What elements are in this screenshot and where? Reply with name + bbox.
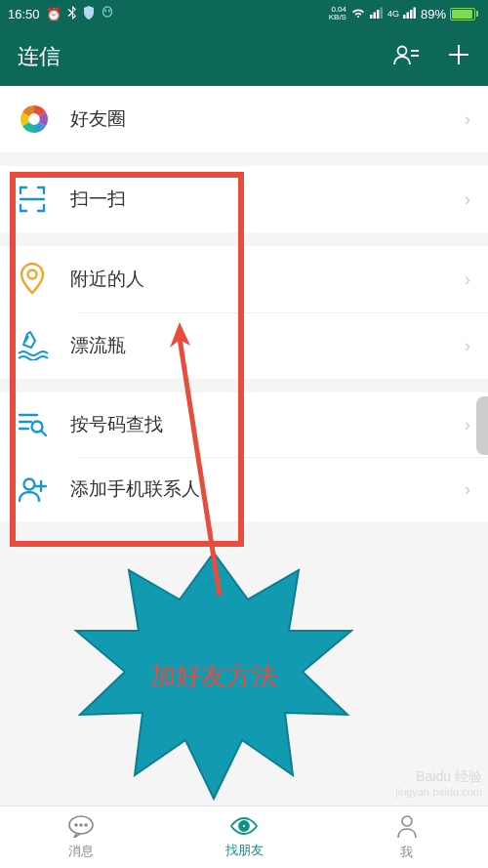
annotation-text: 加好友方法 <box>150 659 277 693</box>
row-label: 漂流瓶 <box>62 333 465 358</box>
header: 连信 <box>0 27 488 86</box>
qq-icon <box>101 6 114 22</box>
row-label: 附近的人 <box>62 267 465 292</box>
bluetooth-icon <box>67 6 77 22</box>
chevron-right-icon: › <box>465 109 470 130</box>
row-nearby[interactable]: 附近的人 › <box>0 246 488 312</box>
messages-icon <box>67 814 95 841</box>
bottom-nav: 消息 找朋友 我 <box>0 806 488 868</box>
nav-label: 消息 <box>68 843 94 860</box>
status-time: 16:50 <box>8 7 40 21</box>
svg-point-0 <box>102 6 111 16</box>
svg-point-1 <box>104 9 106 12</box>
chevron-right-icon: › <box>465 269 470 290</box>
nav-find-friends[interactable]: 找朋友 <box>163 806 326 868</box>
row-search-number[interactable]: 按号码查找 › <box>0 393 488 457</box>
section-discover: 附近的人 › 漂流瓶 › <box>0 246 488 379</box>
row-label: 好友圈 <box>62 106 465 132</box>
circle-multicolor-icon <box>18 103 62 136</box>
row-drift-bottle[interactable]: 漂流瓶 › <box>0 312 488 379</box>
nav-me[interactable]: 我 <box>325 806 488 868</box>
row-scan[interactable]: 扫一扫 › <box>0 166 488 232</box>
signal-icon-1 <box>370 7 384 21</box>
annotation-starburst: 加好友方法 <box>72 547 355 805</box>
pin-icon <box>18 263 62 296</box>
row-label: 添加手机联系人 <box>62 476 465 502</box>
status-bar: 16:50 ⏰ 0.04 KB/S 4G 89% <box>0 0 488 27</box>
svg-rect-7 <box>403 15 406 19</box>
section-add: 按号码查找 › 添加手机联系人 › <box>0 393 488 521</box>
signal-icon-2 <box>403 7 417 21</box>
scan-icon <box>18 185 62 214</box>
content: 好友圈 › 扫一扫 › 附近的人 › 漂流瓶 › <box>0 86 488 521</box>
eye-icon <box>229 815 259 840</box>
alarm-icon: ⏰ <box>46 7 61 21</box>
svg-rect-6 <box>380 7 383 19</box>
chevron-right-icon: › <box>465 336 470 356</box>
svg-point-31 <box>75 824 77 826</box>
search-list-icon <box>18 411 62 438</box>
svg-rect-3 <box>370 15 373 19</box>
section-scan: 扫一扫 › <box>0 166 488 232</box>
chevron-right-icon: › <box>465 415 470 435</box>
add-contact-icon <box>18 475 62 503</box>
svg-point-24 <box>24 479 35 490</box>
svg-line-23 <box>41 431 46 435</box>
nav-label: 我 <box>400 844 413 861</box>
svg-rect-5 <box>377 10 380 19</box>
header-title: 连信 <box>18 42 392 71</box>
side-handle[interactable] <box>476 396 488 455</box>
svg-rect-8 <box>406 12 409 19</box>
status-right: 0.04 KB/S 4G 89% <box>329 6 478 21</box>
nav-messages[interactable]: 消息 <box>0 806 163 868</box>
row-label: 按号码查找 <box>62 412 465 437</box>
svg-point-35 <box>242 824 246 828</box>
svg-rect-10 <box>413 7 416 19</box>
row-add-contact[interactable]: 添加手机联系人 › <box>0 457 488 521</box>
svg-point-11 <box>398 47 407 56</box>
svg-point-36 <box>402 816 412 826</box>
bottle-icon <box>18 331 62 360</box>
row-label: 扫一扫 <box>62 186 465 212</box>
shield-icon <box>83 6 95 22</box>
section-moments: 好友圈 › <box>0 86 488 152</box>
wifi-icon <box>350 7 366 21</box>
chevron-right-icon: › <box>465 479 470 500</box>
svg-point-33 <box>85 824 87 826</box>
battery-pct: 89% <box>421 7 446 21</box>
contacts-icon[interactable] <box>392 43 420 70</box>
chevron-right-icon: › <box>465 189 470 210</box>
kbs-indicator: 0.04 KB/S <box>329 6 346 21</box>
svg-point-32 <box>80 824 82 826</box>
status-left: 16:50 ⏰ <box>8 6 114 22</box>
svg-point-17 <box>28 270 37 279</box>
watermark: Baidu 经验 jingyan.baidu.com <box>395 768 482 798</box>
svg-rect-4 <box>373 12 376 19</box>
svg-point-2 <box>108 9 110 12</box>
battery-icon <box>450 8 478 21</box>
plus-icon[interactable] <box>447 43 470 70</box>
person-icon <box>395 813 419 842</box>
net-label: 4G <box>387 9 399 19</box>
nav-label: 找朋友 <box>225 842 264 859</box>
svg-rect-9 <box>410 10 413 19</box>
row-moments[interactable]: 好友圈 › <box>0 86 488 152</box>
